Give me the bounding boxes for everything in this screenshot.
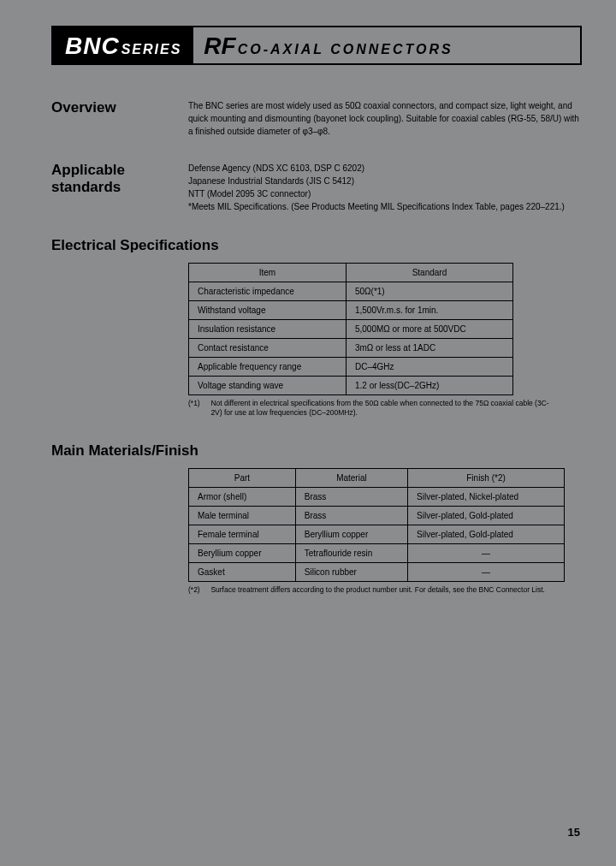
- elec-body: Item Standard Characteristic impedance50…: [188, 263, 582, 418]
- table-row: Voltage standing wave1.2 or less(DC–2GHz…: [189, 377, 513, 395]
- elec-footnote-label: (*1): [188, 399, 209, 408]
- materials-body: Part Material Finish (*2) Armor (shell)B…: [188, 468, 582, 595]
- title-right-big: RF: [204, 33, 235, 60]
- page: BNC SERIES RF CO-AXIAL CONNECTORS Overvi…: [0, 0, 616, 866]
- table-row: Female terminalBeryllium copperSilver-pl…: [189, 525, 565, 543]
- standards-line: Japanese Industrial Standards (JIS C 541…: [188, 175, 582, 187]
- table-row: Applicable frequency rangeDC–4GHz: [189, 358, 513, 377]
- elec-section: Electrical Specifications Item Standard …: [51, 237, 582, 418]
- table-row: Characteristic impedance50Ω(*1): [189, 282, 513, 301]
- overview-body: The BNC series are most widely used as 5…: [188, 99, 582, 138]
- materials-section: Main Materials/Finish Part Material Fini…: [51, 442, 582, 595]
- title-left: BNC SERIES: [53, 27, 193, 63]
- standards-heading: Applicable standards: [51, 162, 188, 196]
- title-bar: BNC SERIES RF CO-AXIAL CONNECTORS: [51, 26, 582, 65]
- materials-table: Part Material Finish (*2) Armor (shell)B…: [188, 468, 565, 582]
- title-right-small: CO-AXIAL CONNECTORS: [238, 42, 453, 57]
- elec-footnote: (*1) Not different in electrical specifi…: [188, 399, 565, 418]
- elec-th-standard: Standard: [346, 264, 512, 282]
- materials-footnote-text: Surface treatment differs according to t…: [210, 585, 553, 595]
- overview-section: Overview The BNC series are most widely …: [51, 99, 582, 138]
- table-row: Insulation resistance5,000MΩ or more at …: [189, 320, 513, 339]
- elec-heading: Electrical Specifications: [51, 237, 582, 254]
- table-row: Male terminalBrassSilver-plated, Gold-pl…: [189, 506, 565, 525]
- materials-th-material: Material: [295, 468, 407, 487]
- table-row: Armor (shell)BrassSilver-plated, Nickel-…: [189, 487, 565, 506]
- materials-th-finish: Finish (*2): [408, 468, 565, 487]
- table-row: Contact resistance3mΩ or less at 1ADC: [189, 339, 513, 358]
- table-row: Withstand voltage1,500Vr.m.s. for 1min.: [189, 301, 513, 320]
- standards-line: NTT (Model 2095 3C connector): [188, 187, 582, 200]
- materials-footnote-label: (*2): [188, 585, 209, 595]
- standards-line: *Meets MIL Specifications. (See Products…: [188, 200, 582, 213]
- materials-th-part: Part: [189, 468, 296, 487]
- elec-footnote-text: Not different in electrical specificatio…: [210, 399, 553, 418]
- title-right: RF CO-AXIAL CONNECTORS: [193, 27, 580, 63]
- table-row: Beryllium copperTetraflouride resin—: [189, 543, 565, 562]
- materials-heading: Main Materials/Finish: [51, 442, 582, 460]
- standards-line: Defense Agency (NDS XC 6103, DSP C 6202): [188, 162, 582, 175]
- title-left-big: BNC: [65, 33, 120, 60]
- standards-body: Defense Agency (NDS XC 6103, DSP C 6202)…: [188, 162, 582, 213]
- materials-footnote: (*2) Surface treatment differs according…: [188, 585, 565, 595]
- overview-heading: Overview: [51, 99, 188, 116]
- title-left-small: SERIES: [121, 42, 182, 57]
- page-number: 15: [568, 826, 580, 839]
- standards-section: Applicable standards Defense Agency (NDS…: [51, 162, 582, 213]
- table-row: GasketSilicon rubber—: [189, 562, 565, 581]
- elec-th-item: Item: [189, 264, 346, 282]
- elec-table: Item Standard Characteristic impedance50…: [188, 263, 513, 395]
